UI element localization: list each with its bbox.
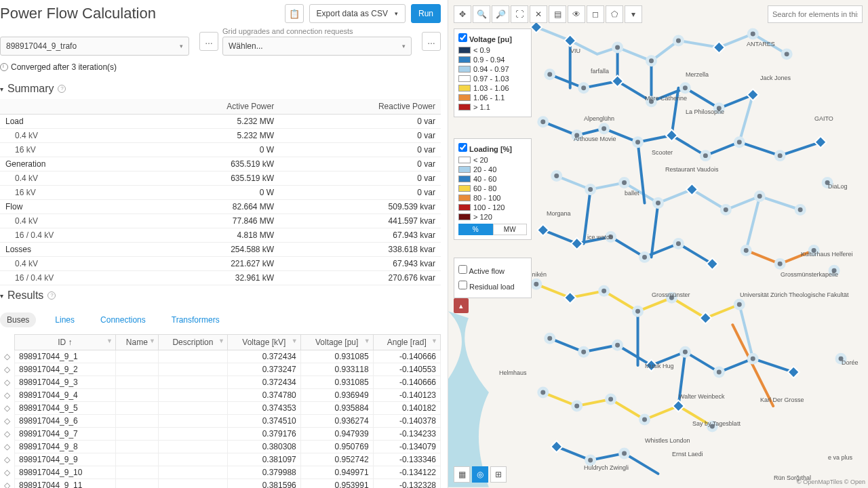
help-icon[interactable]: ? — [47, 291, 56, 300]
zoom-in-icon[interactable]: 🔍 — [473, 5, 490, 23]
table-row[interactable]: ◇898917044_9_40.3747800.936949-0.140123 — [0, 389, 441, 402]
table-row[interactable]: ◇898917044_9_10.3724340.931085-0.140666 — [0, 350, 441, 363]
bus-node[interactable] — [600, 287, 608, 295]
study-select[interactable]: 898917044_9_trafo — [0, 37, 189, 56]
map-panel[interactable]: ✥ 🔍 🔎 ⛶ ✕ ▤ 👁 ◻ ⬠ ▾ Voltage [pu] < 0.90.… — [448, 0, 868, 488]
bus-node[interactable] — [546, 334, 554, 342]
bus-node[interactable] — [614, 341, 622, 349]
pct-toggle[interactable]: % — [458, 224, 493, 235]
help-icon[interactable]: ? — [58, 85, 66, 93]
bus-node[interactable] — [607, 395, 615, 403]
summary-toggle[interactable]: ▾ Summary ? — [0, 79, 441, 99]
loading-legend-checkbox[interactable] — [458, 143, 467, 152]
table-row[interactable]: ◇898917044_9_110.3815960.953991-0.132328 — [0, 479, 441, 489]
expand-icon[interactable]: ◇ — [0, 428, 15, 441]
bus-node[interactable] — [755, 192, 764, 201]
active-flow-checkbox[interactable] — [458, 265, 467, 274]
bus-node[interactable] — [674, 239, 682, 247]
bus-node[interactable] — [742, 246, 750, 254]
bus-node[interactable] — [580, 84, 588, 92]
bus-node[interactable] — [735, 300, 743, 308]
upgrade-select[interactable]: Wählen... — [222, 37, 412, 56]
bus-node[interactable] — [620, 179, 629, 187]
fullscreen-icon[interactable]: ⛶ — [511, 5, 528, 23]
bus-node[interactable] — [587, 186, 595, 194]
bus-node[interactable] — [600, 125, 608, 133]
bus-node[interactable] — [648, 57, 656, 65]
voltage-legend-checkbox[interactable] — [458, 33, 467, 42]
bus-node[interactable] — [614, 43, 622, 52]
bus-node[interactable] — [681, 348, 689, 356]
bus-node[interactable] — [580, 348, 588, 356]
col-header[interactable]: Description▼ — [158, 335, 227, 350]
bus-node[interactable] — [654, 199, 663, 207]
table-row[interactable]: ◇898917044_9_60.3745100.936274-0.140378 — [0, 415, 441, 428]
bus-node[interactable] — [674, 37, 682, 45]
polygon-icon[interactable]: ⬠ — [606, 5, 623, 23]
export-button[interactable]: Export data as CSV — [309, 4, 406, 23]
col-header[interactable]: ID ↑▼ — [15, 335, 116, 350]
bus-node[interactable] — [735, 138, 743, 146]
expand-icon[interactable]: ◇ — [0, 402, 15, 415]
table-row[interactable]: ◇898917044_9_90.3810970.952742-0.133346 — [0, 453, 441, 466]
expand-icon[interactable]: ◇ — [0, 415, 15, 428]
table-row[interactable]: ◇898917044_9_80.3803080.950769-0.134079 — [0, 441, 441, 453]
upgrade-more-button[interactable]: … — [422, 32, 441, 51]
bus-node[interactable] — [641, 415, 649, 424]
bus-node[interactable] — [634, 307, 642, 315]
tree-button[interactable]: ⊞ — [490, 466, 507, 483]
bus-node[interactable] — [539, 118, 547, 126]
bus-node[interactable] — [749, 30, 757, 38]
expand-icon[interactable]: ◇ — [0, 376, 15, 389]
bus-node[interactable] — [539, 388, 547, 396]
tab-buses[interactable]: Buses — [0, 312, 36, 327]
col-header[interactable]: Name▼ — [115, 335, 158, 350]
expand-icon[interactable]: ◇ — [0, 479, 15, 489]
table-row[interactable]: ◇898917044_9_20.3732470.933118-0.140553 — [0, 363, 441, 376]
table-row[interactable]: ◇898917044_9_50.3743530.9358840.140182 — [0, 402, 441, 415]
select-icon[interactable]: ◻ — [587, 5, 604, 23]
layers-icon[interactable]: ▤ — [549, 5, 566, 23]
bus-node[interactable] — [546, 70, 554, 79]
expand-icon[interactable]: ◇ — [0, 389, 15, 402]
mw-toggle[interactable]: MW — [493, 224, 528, 235]
clipboard-button[interactable]: 📋 — [285, 4, 304, 23]
bus-node[interactable] — [641, 253, 649, 261]
bus-node[interactable] — [587, 456, 595, 464]
col-header[interactable]: Voltage [kV]▼ — [227, 335, 300, 350]
table-row[interactable]: ◇898917044_9_30.3724340.931085-0.140666 — [0, 376, 441, 389]
bus-node[interactable] — [681, 84, 689, 92]
bus-node[interactable] — [783, 50, 791, 58]
tab-lines[interactable]: Lines — [48, 312, 81, 327]
bus-node[interactable] — [776, 260, 784, 268]
bus-node[interactable] — [634, 138, 642, 146]
table-row[interactable]: ◇898917044_9_70.3791760.947939-0.134233 — [0, 428, 441, 441]
residual-load-checkbox[interactable] — [458, 281, 467, 289]
tab-connections[interactable]: Connections — [94, 312, 153, 327]
results-toggle[interactable]: ▾ Results ? — [0, 285, 441, 306]
basemap-button[interactable]: ▦ — [454, 466, 470, 483]
bus-node[interactable] — [553, 172, 561, 180]
collapse-legend-button[interactable]: ▴ — [454, 298, 469, 313]
run-button[interactable]: Run — [411, 4, 441, 23]
expand-icon[interactable]: ◇ — [0, 453, 15, 466]
map-search-input[interactable] — [768, 5, 863, 23]
zoom-out-icon[interactable]: 🔎 — [492, 5, 509, 23]
bus-node[interactable] — [715, 368, 723, 376]
bus-node[interactable] — [573, 402, 581, 410]
expand-icon[interactable]: ◇ — [0, 466, 15, 479]
expand-icon[interactable]: ◇ — [0, 363, 15, 376]
bus-node[interactable] — [620, 449, 629, 458]
visibility-icon[interactable]: 👁 — [568, 5, 585, 23]
bus-node[interactable] — [749, 354, 757, 363]
tab-transformers[interactable]: Transformers — [165, 312, 226, 327]
bus-node[interactable] — [532, 280, 540, 288]
col-header[interactable]: Voltage [pu]▼ — [300, 335, 373, 350]
fit-icon[interactable]: ✕ — [530, 5, 547, 23]
col-header[interactable]: Angle [rad]▼ — [373, 335, 440, 350]
bus-node[interactable] — [796, 206, 804, 214]
table-row[interactable]: ◇898917044_9_100.3799880.949971-0.134122 — [0, 466, 441, 479]
study-more-button[interactable]: … — [199, 32, 218, 51]
center-button[interactable]: ◎ — [472, 466, 488, 483]
pan-icon[interactable]: ✥ — [454, 5, 471, 23]
